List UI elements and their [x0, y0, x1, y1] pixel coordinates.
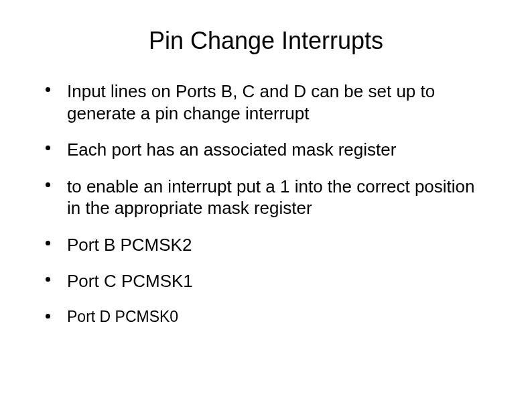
bullet-icon — [40, 139, 67, 150]
bullet-list: Input lines on Ports B, C and D can be s… — [40, 80, 492, 326]
bullet-text: Each port has an associated mask registe… — [67, 139, 492, 161]
list-item: to enable an interrupt put a 1 into the … — [40, 176, 492, 219]
list-item: Input lines on Ports B, C and D can be s… — [40, 80, 492, 124]
bullet-text: to enable an interrupt put a 1 into the … — [67, 176, 492, 219]
bullet-icon — [40, 80, 67, 92]
list-item: Port D PCMSK0 — [40, 307, 492, 327]
bullet-text: Port D PCMSK0 — [67, 307, 492, 327]
bullet-text: Port B PCMSK2 — [67, 234, 492, 256]
bullet-icon — [40, 270, 67, 282]
bullet-icon — [40, 307, 67, 319]
list-item: Each port has an associated mask registe… — [40, 139, 492, 161]
slide-title: Pin Change Interrupts — [40, 27, 492, 55]
list-item: Port C PCMSK1 — [40, 270, 492, 292]
bullet-icon — [40, 234, 67, 245]
list-item: Port B PCMSK2 — [40, 234, 492, 256]
bullet-text: Port C PCMSK1 — [67, 270, 492, 292]
bullet-icon — [40, 176, 67, 187]
bullet-text: Input lines on Ports B, C and D can be s… — [67, 80, 492, 124]
